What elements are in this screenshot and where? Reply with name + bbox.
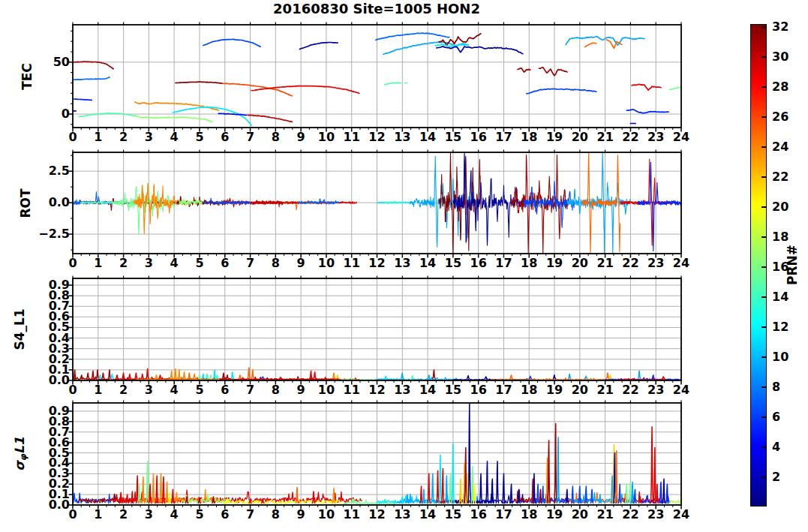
panel-s4_l1 xyxy=(73,278,681,380)
x-tick-label: 11 xyxy=(344,131,360,144)
x-tick-label: 3 xyxy=(145,131,153,144)
x-tick-label: 13 xyxy=(394,508,410,521)
x-tick-label: 12 xyxy=(368,131,385,144)
x-tick-label: 0 xyxy=(68,131,77,144)
prn-16-spike xyxy=(449,473,452,503)
prn-31-spike xyxy=(102,373,104,378)
x-tick-label: 18 xyxy=(521,257,537,270)
x-tick-label: 15 xyxy=(445,257,461,270)
x-tick-label: 11 xyxy=(344,257,360,270)
prn-30-trace xyxy=(248,115,292,122)
x-tick-label: 16 xyxy=(470,383,487,397)
prn-24-trace xyxy=(134,183,178,233)
x-tick-label: 8 xyxy=(272,508,280,521)
prn-29-spike xyxy=(651,427,653,503)
colorbar-tick-label: 22 xyxy=(772,170,788,185)
prn-10-spike xyxy=(431,473,434,503)
x-tick-label: 9 xyxy=(297,257,305,270)
prn-6-spike xyxy=(659,482,662,503)
prn-17-trace xyxy=(135,116,212,122)
gridlines xyxy=(73,278,681,380)
y-tick-label: 0 xyxy=(26,107,70,121)
prn-24-trace xyxy=(135,102,218,110)
colorbar-tick xyxy=(761,56,766,58)
x-tick-label: 5 xyxy=(195,257,203,270)
colorbar-tick-label: 4 xyxy=(772,440,780,455)
prn-25-spike xyxy=(188,373,191,378)
prn-10-spike xyxy=(557,437,559,503)
prn-29-spike xyxy=(437,470,439,503)
colorbar-tick xyxy=(761,446,766,448)
x-tick-label: 24 xyxy=(673,257,689,270)
colorbar-tick xyxy=(761,86,766,88)
colorbar-tick-label: 26 xyxy=(772,110,788,125)
x-tick-label: 7 xyxy=(246,508,254,521)
prn-31-trace xyxy=(518,68,530,72)
x-tick-label: 21 xyxy=(596,383,613,397)
x-tick-label: 19 xyxy=(546,383,563,397)
prn-12-spike xyxy=(111,374,113,379)
panel-rot xyxy=(73,152,681,254)
axis-ticks xyxy=(69,276,682,385)
prn-22-spike xyxy=(459,479,461,503)
prn-24-spike xyxy=(170,371,173,378)
y-axis-label-text: φ xyxy=(18,454,29,461)
x-tick-label: 10 xyxy=(318,257,335,270)
prn-16-trace xyxy=(112,184,180,234)
prn-24-spike xyxy=(332,373,335,378)
x-tick-label: 14 xyxy=(419,131,436,144)
colorbar-tick xyxy=(761,266,766,268)
prn-10-spike xyxy=(638,371,641,378)
prn-12-spike xyxy=(385,376,387,378)
x-tick-label: 19 xyxy=(546,257,563,270)
x-tick-label: 3 xyxy=(145,257,153,270)
x-tick-label: 24 xyxy=(673,131,689,144)
x-tick-label: 8 xyxy=(272,131,280,144)
prn-12-spike xyxy=(214,370,216,379)
colorbar-tick xyxy=(761,476,766,478)
x-tick-label: 24 xyxy=(673,508,689,521)
x-tick-label: 20 xyxy=(572,508,588,521)
prn-24-spike xyxy=(176,492,178,503)
prn-2-spike xyxy=(467,376,470,379)
prn-10-baseline xyxy=(377,377,461,380)
prn-25-spike xyxy=(239,375,241,379)
panel-tec xyxy=(73,25,681,128)
prn-25-spike xyxy=(510,375,512,379)
x-tick-label: 18 xyxy=(521,508,537,521)
x-tick-label: 9 xyxy=(297,508,305,521)
prn-15-trace xyxy=(79,113,136,117)
x-tick-label: 10 xyxy=(318,131,335,144)
panel-sigma_phi_l1 xyxy=(73,403,681,505)
prn-7-spike xyxy=(529,376,531,378)
prn-2-trace xyxy=(437,47,523,54)
x-tick-label: 6 xyxy=(221,383,229,397)
prn-2-trace xyxy=(299,43,338,50)
y-axis-label-tec: TEC xyxy=(20,63,35,90)
x-tick-label: 0 xyxy=(68,508,77,521)
x-tick-label: 8 xyxy=(272,257,280,270)
panel-tec-plot xyxy=(73,25,681,128)
x-tick-label: 16 xyxy=(470,131,487,144)
x-tick-label: 17 xyxy=(495,257,512,270)
prn-31-spike xyxy=(222,373,224,378)
x-tick-label: 13 xyxy=(394,257,410,270)
x-tick-label: 2 xyxy=(119,383,128,397)
prn-29-spike xyxy=(146,369,149,379)
prn-2-spike xyxy=(496,461,498,503)
colorbar-tick-label: 24 xyxy=(772,140,788,155)
x-tick-label: 23 xyxy=(647,131,664,144)
x-tick-label: 21 xyxy=(596,508,613,521)
x-tick-label: 4 xyxy=(170,508,179,521)
prn-12-spike xyxy=(231,372,233,379)
gridlines xyxy=(73,25,681,128)
prn-32-trace xyxy=(439,34,481,46)
prn-29-spike xyxy=(312,491,314,503)
x-tick-label: 14 xyxy=(419,508,436,521)
colorbar-tick xyxy=(761,116,766,118)
x-tick-label: 10 xyxy=(318,508,335,521)
x-tick-label: 2 xyxy=(119,508,128,521)
x-tick-label: 18 xyxy=(521,383,537,397)
y-axis-label-text: σ xyxy=(12,461,27,470)
x-tick-label: 21 xyxy=(596,257,613,270)
